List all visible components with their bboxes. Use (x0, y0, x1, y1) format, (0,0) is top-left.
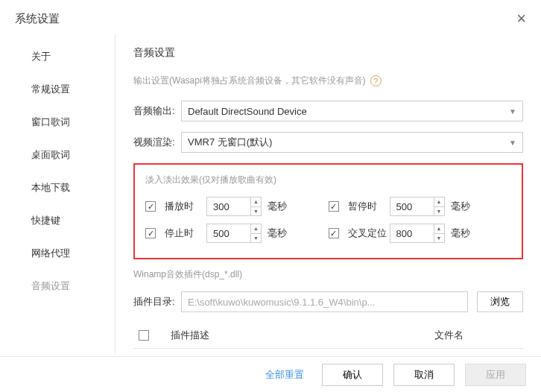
sidebar-item-audio[interactable]: 音频设置 (0, 270, 115, 303)
video-render-select[interactable]: VMR7 无窗口(默认) ▼ (181, 132, 523, 153)
pause-label: 暂停时 (348, 200, 390, 213)
pause-checkbox[interactable]: ✓ (329, 201, 339, 212)
spin-up-icon[interactable]: ▲ (251, 197, 261, 207)
footer: 全部重置 确认 取消 应用 (0, 356, 541, 392)
cross-value-input[interactable]: 800 ▲▼ (390, 224, 445, 243)
chevron-down-icon: ▼ (509, 139, 516, 147)
video-render-label: 视频渲染: (133, 136, 181, 149)
reset-all-link[interactable]: 全部重置 (265, 368, 304, 382)
sidebar-item-desktop-lyrics[interactable]: 桌面歌词 (0, 139, 115, 171)
sidebar-item-window-lyrics[interactable]: 窗口歌词 (0, 106, 115, 139)
sidebar-item-general[interactable]: 常规设置 (0, 73, 115, 106)
fade-group: 淡入淡出效果(仅对播放歌曲有效) ✓ 播放时 300 ▲▼ 毫秒 ✓ 暂停时 5… (133, 163, 523, 259)
dialog-title: 系统设置 (15, 12, 60, 26)
play-checkbox[interactable]: ✓ (145, 201, 156, 212)
plugin-dir-input[interactable]: E:\soft\kuwo\kuwomusic\9.1.1.6_W4\bin\p.… (181, 291, 468, 312)
browse-button[interactable]: 浏览 (477, 291, 523, 312)
table-header: 插件描述 文件名 (133, 323, 523, 349)
stop-checkbox[interactable]: ✓ (145, 228, 156, 238)
audio-output-select[interactable]: Default DirectSound Device ▼ (181, 101, 523, 121)
sidebar-item-hotkeys[interactable]: 快捷键 (0, 204, 115, 237)
cross-checkbox[interactable]: ✓ (329, 228, 339, 238)
stop-label: 停止时 (165, 227, 206, 240)
spin-up-icon[interactable]: ▲ (434, 197, 444, 207)
audio-output-value: Default DirectSound Device (188, 106, 307, 117)
cross-value: 800 (390, 228, 434, 239)
chevron-down-icon: ▼ (509, 107, 516, 116)
spin-up-icon[interactable]: ▲ (251, 224, 261, 234)
stop-value-input[interactable]: 500 ▲▼ (206, 224, 262, 243)
section-title: 音频设置 (133, 43, 523, 60)
spin-up-icon[interactable]: ▲ (434, 224, 444, 234)
col-file: 文件名 (374, 329, 523, 342)
content-panel: 音频设置 输出设置(Wasapi将独占系统音频设备，其它软件没有声音) ? 音频… (116, 34, 541, 354)
unit-label: 毫秒 (451, 227, 470, 240)
play-label: 播放时 (165, 200, 206, 213)
play-value-input[interactable]: 300 ▲▼ (206, 197, 262, 216)
stop-value: 500 (207, 228, 250, 239)
cross-label: 交叉定位 (348, 227, 390, 240)
unit-label: 毫秒 (268, 227, 287, 240)
plugin-dir-label: 插件目录: (133, 295, 181, 309)
spin-down-icon[interactable]: ▼ (251, 207, 261, 216)
sidebar: 关于 常规设置 窗口歌词 桌面歌词 本地下载 快捷键 网络代理 音频设置 (0, 34, 116, 354)
unit-label: 毫秒 (268, 200, 287, 213)
cancel-button[interactable]: 取消 (393, 364, 455, 386)
spin-down-icon[interactable]: ▼ (434, 234, 444, 243)
plugin-hint: Winamp音效插件(dsp_*.dll) (133, 268, 523, 281)
table-row[interactable]: dsp_DeFX.dll (133, 349, 523, 354)
select-all-checkbox[interactable] (139, 330, 149, 341)
col-desc: 插件描述 (163, 329, 374, 342)
unit-label: 毫秒 (451, 200, 470, 213)
spin-down-icon[interactable]: ▼ (251, 234, 261, 243)
close-icon[interactable]: × (516, 10, 526, 27)
output-hint: 输出设置(Wasapi将独占系统音频设备，其它软件没有声音) (133, 75, 366, 87)
pause-value: 500 (390, 201, 434, 212)
spin-down-icon[interactable]: ▼ (434, 207, 444, 216)
sidebar-item-about[interactable]: 关于 (0, 40, 115, 73)
ok-button[interactable]: 确认 (322, 364, 383, 386)
apply-button: 应用 (465, 364, 526, 386)
fade-title: 淡入淡出效果(仅对播放歌曲有效) (145, 174, 511, 186)
sidebar-item-proxy[interactable]: 网络代理 (0, 237, 115, 270)
audio-output-label: 音频输出: (133, 104, 181, 118)
help-icon[interactable]: ? (370, 75, 382, 86)
video-render-value: VMR7 无窗口(默认) (188, 136, 272, 149)
sidebar-item-download[interactable]: 本地下载 (0, 171, 115, 204)
pause-value-input[interactable]: 500 ▲▼ (390, 197, 445, 216)
play-value: 300 (207, 201, 250, 212)
